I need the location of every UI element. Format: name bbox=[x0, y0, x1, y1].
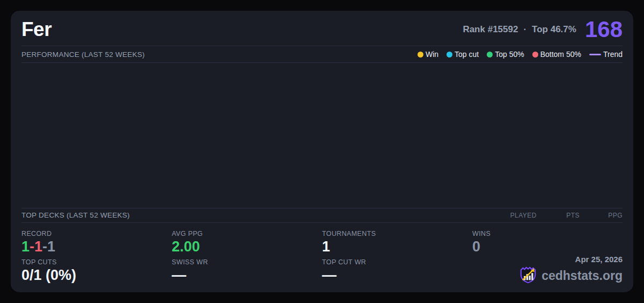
top-decks-column-headers: PLAYED PTS PPG bbox=[494, 212, 623, 219]
stat-top-cut-wr: TOP CUT WR — bbox=[322, 255, 472, 286]
header-right: Rank #15592 · Top 46.7% 168 bbox=[463, 18, 623, 41]
card-footer: Apr 25, 2026 cedhstats.org bbox=[472, 255, 623, 286]
player-stats-card: Fer Rank #15592 · Top 46.7% 168 PERFORMA… bbox=[11, 11, 633, 292]
bottom-50-dot-icon bbox=[532, 52, 538, 57]
stat-top-cuts: TOP CUTS 0/1 (0%) bbox=[21, 255, 172, 286]
rank-value: Rank #15592 bbox=[463, 24, 518, 35]
stat-label-wins: WINS bbox=[472, 230, 623, 237]
cedhstats-shield-logo-icon bbox=[519, 265, 537, 286]
performance-header-row: PERFORMANCE (LAST 52 WEEKS) Win Top cut … bbox=[21, 46, 623, 62]
stat-tournaments: TOURNAMENTS 1 bbox=[322, 226, 472, 255]
player-score: 168 bbox=[585, 18, 623, 41]
stat-label-avg-ppg: AVG PPG bbox=[172, 230, 322, 237]
column-header-ppg: PPG bbox=[580, 212, 623, 219]
legend-label-win: Win bbox=[426, 50, 438, 59]
stat-value-top-cut-wr: — bbox=[322, 267, 472, 283]
summary-stats-grid: RECORD 1-1-1 AVG PPG 2.00 TOURNAMENTS 1 … bbox=[21, 223, 623, 292]
stat-swiss-wr: SWISS WR — bbox=[172, 255, 322, 286]
stat-value-record: 1-1-1 bbox=[21, 239, 172, 255]
top-decks-header-row: TOP DECKS (LAST 52 WEEKS) PLAYED PTS PPG bbox=[21, 208, 623, 222]
top-cut-dot-icon bbox=[447, 52, 452, 57]
legend-label-trend: Trend bbox=[603, 50, 623, 59]
trend-line-icon bbox=[589, 54, 601, 55]
legend-label-top-50: Top 50% bbox=[495, 50, 524, 59]
win-dot-icon bbox=[418, 52, 423, 57]
stat-value-avg-ppg: 2.00 bbox=[172, 239, 322, 255]
stat-value-wins: 0 bbox=[472, 239, 623, 255]
stat-avg-ppg: AVG PPG 2.00 bbox=[172, 226, 322, 255]
legend-item-top-50: Top 50% bbox=[487, 50, 524, 59]
legend-item-top-cut: Top cut bbox=[447, 50, 479, 59]
record-wins: 1 bbox=[21, 239, 30, 255]
stat-record: RECORD 1-1-1 bbox=[21, 226, 172, 255]
stat-label-swiss-wr: SWISS WR bbox=[172, 258, 322, 266]
record-losses: -1 bbox=[30, 239, 42, 255]
generated-date: Apr 25, 2026 bbox=[575, 255, 623, 264]
record-draws: -1 bbox=[42, 239, 55, 255]
performance-section-title: PERFORMANCE (LAST 52 WEEKS) bbox=[21, 50, 145, 59]
top-percent: Top 46.7% bbox=[532, 24, 576, 35]
player-name: Fer bbox=[21, 18, 52, 41]
brand-link[interactable]: cedhstats.org bbox=[541, 269, 623, 283]
stat-label-top-cut-wr: TOP CUT WR bbox=[322, 258, 472, 266]
performance-chart bbox=[21, 63, 623, 208]
legend-item-trend: Trend bbox=[589, 50, 623, 59]
column-header-played: PLAYED bbox=[494, 212, 537, 219]
card-header: Fer Rank #15592 · Top 46.7% 168 bbox=[21, 11, 623, 46]
stat-value-top-cuts: 0/1 (0%) bbox=[21, 267, 172, 283]
legend-item-win: Win bbox=[418, 50, 438, 59]
legend-item-bottom-50: Bottom 50% bbox=[532, 50, 581, 59]
stat-value-tournaments: 1 bbox=[322, 239, 472, 255]
stat-value-swiss-wr: — bbox=[172, 267, 322, 283]
stat-label-tournaments: TOURNAMENTS bbox=[322, 230, 472, 237]
top-50-dot-icon bbox=[487, 52, 493, 57]
stat-label-record: RECORD bbox=[21, 230, 172, 237]
brand-row[interactable]: cedhstats.org bbox=[519, 265, 623, 286]
legend-label-top-cut: Top cut bbox=[455, 50, 479, 59]
top-decks-section-title: TOP DECKS (LAST 52 WEEKS) bbox=[21, 211, 130, 219]
chart-legend: Win Top cut Top 50% Bottom 50% Trend bbox=[418, 50, 623, 59]
column-header-pts: PTS bbox=[537, 212, 580, 219]
legend-label-bottom-50: Bottom 50% bbox=[540, 50, 581, 59]
stat-label-top-cuts: TOP CUTS bbox=[21, 258, 172, 266]
rank-line: Rank #15592 · Top 46.7% bbox=[463, 24, 576, 35]
stat-wins: WINS 0 bbox=[472, 226, 623, 255]
rank-separator-dot: · bbox=[523, 24, 526, 35]
